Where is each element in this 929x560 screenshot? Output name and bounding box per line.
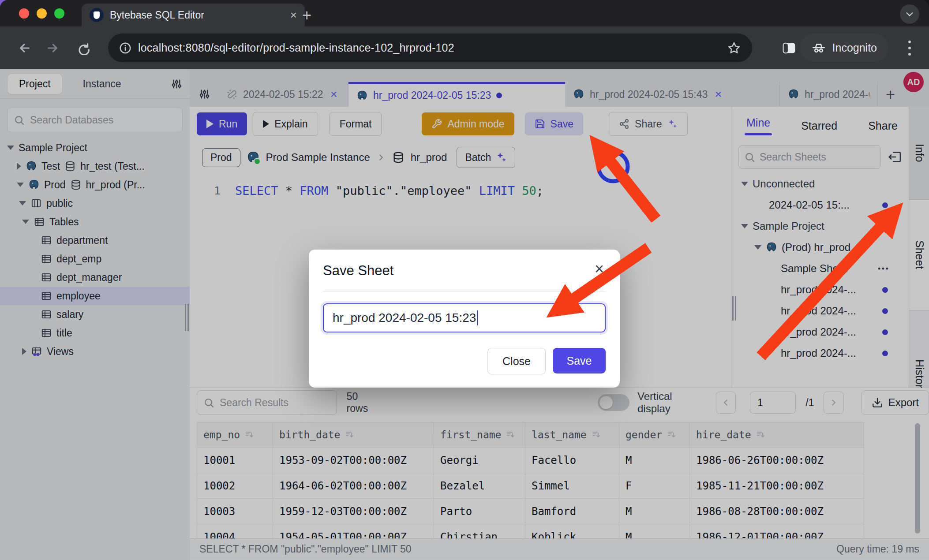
- browser-tab[interactable]: Bytebase SQL Editor ×: [82, 4, 305, 26]
- close-browser-tab-icon[interactable]: ×: [290, 9, 297, 21]
- close-button[interactable]: Close: [487, 348, 546, 374]
- bytebase-favicon: [90, 8, 104, 22]
- browser-window: Bytebase SQL Editor × + localhost:8080/s…: [0, 0, 929, 560]
- bytebase-page: Project Instance Search Databases Sample…: [0, 69, 929, 560]
- chevron-down-icon: [905, 9, 914, 19]
- save-sheet-dialog: Save Sheet × hr_prod 2024-02-05 15:23 Cl…: [309, 250, 620, 388]
- close-window-button[interactable]: [19, 8, 29, 19]
- dialog-title: Save Sheet: [323, 263, 393, 279]
- dialog-divider: [323, 291, 606, 292]
- reload-button[interactable]: [76, 41, 90, 55]
- maximize-window-button[interactable]: [54, 8, 64, 19]
- site-info-icon[interactable]: [119, 41, 132, 55]
- browser-toolbar: localhost:8080/sql-editor/prod-sample-in…: [0, 26, 929, 70]
- sheet-name-input[interactable]: hr_prod 2024-02-05 15:23: [323, 303, 606, 332]
- url-bar[interactable]: localhost:8080/sql-editor/prod-sample-in…: [108, 34, 752, 62]
- incognito-icon: [811, 40, 826, 55]
- url-text: localhost:8080/sql-editor/prod-sample-in…: [138, 41, 454, 54]
- new-tab-button[interactable]: +: [302, 6, 311, 25]
- tab-search-button[interactable]: [900, 4, 919, 24]
- browser-titlebar: Bytebase SQL Editor × +: [0, 0, 929, 26]
- bookmark-star-icon[interactable]: [727, 41, 741, 55]
- browser-tab-title: Bytebase SQL Editor: [110, 9, 290, 21]
- forward-button[interactable]: [45, 41, 60, 55]
- screen: Bytebase SQL Editor × + localhost:8080/s…: [0, 0, 929, 560]
- minimize-window-button[interactable]: [37, 8, 47, 19]
- incognito-label: Incognito: [832, 41, 877, 54]
- close-dialog-icon[interactable]: ×: [595, 261, 604, 277]
- save-button[interactable]: Save: [553, 348, 606, 373]
- text-cursor: [477, 310, 478, 325]
- back-button[interactable]: [18, 41, 32, 55]
- side-panel-icon[interactable]: [782, 41, 797, 55]
- browser-menu-button[interactable]: [908, 41, 911, 56]
- incognito-badge: Incognito: [800, 34, 888, 62]
